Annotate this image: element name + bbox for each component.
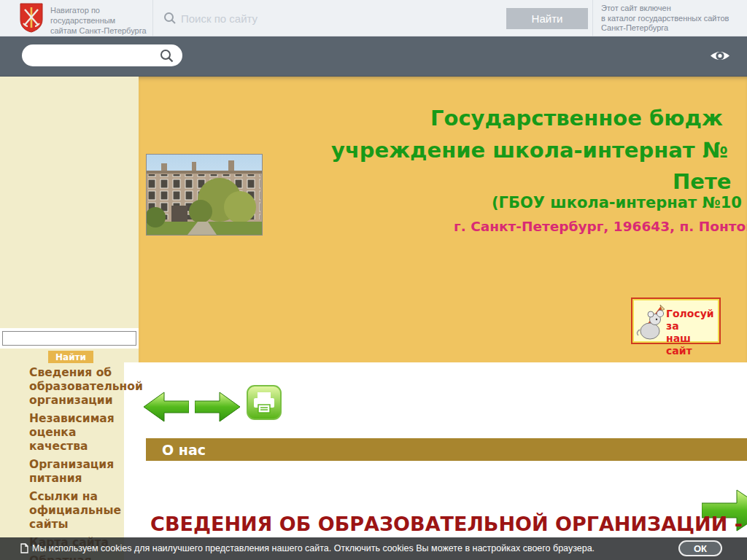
search-icon[interactable]	[160, 49, 174, 66]
quick-search-input[interactable]	[31, 47, 155, 64]
document-icon	[20, 543, 28, 556]
sidebar-item-official-links[interactable]: Ссылки на официальные сайты	[29, 490, 124, 532]
sidebar-item-meals[interactable]: Организация питания	[29, 458, 124, 486]
cookie-ok-button[interactable]: ОК	[678, 540, 722, 556]
school-title-line1: Государственное бюдж	[430, 106, 723, 131]
page: Навигатор по государственным сайтам Санк…	[0, 0, 747, 560]
search-icon	[163, 12, 177, 28]
hero-header: Государственное бюдж учреждение школа-ин…	[139, 77, 747, 362]
school-title-line2: учреждение школа-интернат №	[331, 138, 728, 163]
site-search-submit-button[interactable]: Найти	[506, 8, 588, 29]
sidebar-item-org-info[interactable]: Сведения об образовательной организации	[29, 366, 124, 408]
spb-navigator-brand[interactable]: Навигатор по государственным сайтам Санк…	[19, 3, 147, 36]
divider	[592, 0, 593, 36]
catalog-note: Этот сайт включен в каталог государствен…	[601, 4, 729, 34]
cookie-notice-bar: Мы используем cookies для наилучшего пре…	[0, 537, 747, 560]
cookie-message: Мы используем cookies для наилучшего пре…	[32, 543, 595, 553]
secondary-toolbar	[0, 36, 747, 77]
divider	[152, 0, 153, 36]
sidebar-search-input[interactable]	[2, 331, 136, 346]
sidebar-search-strip	[0, 328, 139, 349]
back-arrow-button[interactable]	[144, 391, 189, 426]
spb-coat-of-arms-icon	[19, 3, 44, 36]
print-button[interactable]	[247, 385, 282, 423]
school-title-line3: Пете	[673, 169, 731, 194]
quick-search-box[interactable]	[22, 44, 182, 66]
sidebar-item-quality[interactable]: Независимая оценка качества	[29, 412, 124, 454]
site-search-input[interactable]	[181, 7, 487, 29]
school-address: г. Санкт-Петербург, 196643, п. Понтонный…	[454, 219, 747, 234]
sidebar-search-button[interactable]: Найти	[48, 351, 93, 363]
vote-banner[interactable]: Голосуй за наш сайт	[631, 298, 721, 344]
section-title: О нас	[162, 442, 206, 458]
page-heading: СВЕДЕНИЯ ОБ ОБРАЗОВАТЕЛЬНОЙ ОРГАНИЗАЦИИ …	[146, 513, 747, 535]
gov-navigator-bar: Навигатор по государственным сайтам Санк…	[0, 0, 747, 36]
section-header-o-nas: О нас	[146, 438, 747, 461]
school-short-name: (ГБОУ школа-интернат №10 Колп	[492, 194, 747, 211]
main-content: О нас СВЕДЕНИЯ ОБ ОБРАЗОВАТЕЛЬНОЙ ОРГАНИ…	[124, 362, 747, 560]
brand-title: Навигатор по государственным сайтам Санк…	[50, 3, 147, 36]
mouse-with-pencil-icon	[635, 302, 667, 344]
accessibility-eye-icon[interactable]	[709, 47, 731, 67]
sidebar-menu: Сведения об образовательной организации …	[0, 366, 124, 560]
vote-banner-text: Голосуй за наш сайт	[666, 308, 719, 357]
school-building-photo	[146, 154, 263, 236]
forward-arrow-button[interactable]	[195, 391, 240, 426]
